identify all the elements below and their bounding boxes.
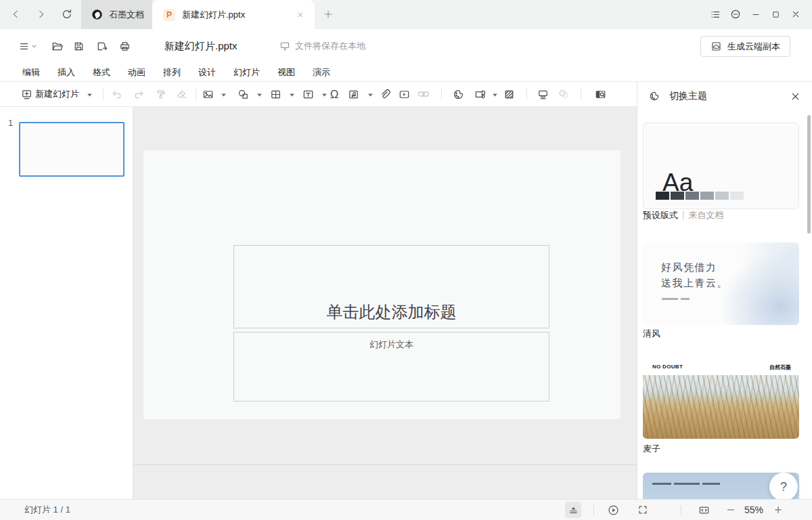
qingfeng-line1: 好风凭借力: [661, 261, 717, 274]
undo-icon[interactable]: [109, 87, 124, 102]
theme-panel: 切换主题 Aa 预设版式 | 来自文档 好风凭借力 送我上青云。 清风 NO D…: [637, 82, 812, 499]
transition-caret-icon[interactable]: [493, 93, 498, 98]
edit-toolbar: 新建幻灯片 Ω: [0, 82, 637, 107]
zoom-in-icon[interactable]: [770, 502, 786, 518]
insert-video-icon[interactable]: [397, 87, 411, 102]
new-slide-caret-icon[interactable]: [87, 93, 93, 98]
menu-arrange[interactable]: 排列: [163, 66, 181, 79]
new-slide-icon[interactable]: [19, 87, 34, 102]
save-as-icon[interactable]: [94, 39, 109, 53]
table-caret-icon[interactable]: [290, 93, 295, 98]
open-file-icon[interactable]: [49, 39, 64, 53]
audio-caret-icon[interactable]: [368, 93, 374, 98]
status-bar: 幻灯片 1 / 1 55%: [0, 499, 812, 520]
preset-source: 来自文档: [688, 209, 723, 221]
insert-textbox-icon[interactable]: [300, 87, 315, 102]
menu-bar: 编辑 插入 格式 动画 排列 设计 幻灯片 视图 演示: [0, 63, 812, 82]
title-placeholder-text: 单击此处添加标题: [327, 301, 457, 323]
new-slide-label[interactable]: 新建幻灯片: [35, 82, 79, 106]
document-title[interactable]: 新建幻灯片.pptx: [164, 29, 238, 63]
tab-document[interactable]: P 新建幻灯片.pptx: [152, 0, 315, 29]
menu-edit[interactable]: 编辑: [22, 66, 40, 79]
play-presentation-icon[interactable]: [605, 502, 621, 518]
browser-topbar: 石墨文档 P 新建幻灯片.pptx: [0, 0, 812, 29]
maizi-header-right: 自然石墨: [769, 364, 791, 371]
theme-card-preset[interactable]: Aa: [643, 123, 799, 209]
window-close-icon[interactable]: [788, 7, 803, 22]
browser-list-icon[interactable]: [708, 7, 723, 22]
shape-caret-icon[interactable]: [257, 93, 263, 98]
slide-background-icon[interactable]: [501, 87, 516, 102]
create-cloud-copy-button[interactable]: 生成云端副本: [700, 36, 790, 57]
refresh-icon[interactable]: [60, 7, 74, 22]
menu-animation[interactable]: 动画: [128, 66, 145, 79]
theme-color-icon[interactable]: [451, 87, 466, 102]
insert-image-icon[interactable]: [200, 87, 215, 102]
menu-format[interactable]: 格式: [93, 66, 110, 79]
menu-insert[interactable]: 插入: [58, 66, 75, 79]
window-maximize-icon[interactable]: [768, 7, 783, 22]
palette-icon: [647, 89, 662, 104]
slide-counter: 幻灯片 1 / 1: [24, 500, 70, 520]
redo-icon[interactable]: [131, 87, 146, 102]
tab-document-label: 新建幻灯片.pptx: [182, 9, 245, 21]
panel-scrollbar[interactable]: [807, 115, 811, 234]
palette-swatch: [671, 192, 684, 200]
theme-card-qingfeng[interactable]: 好风凭借力 送我上青云。: [643, 242, 799, 325]
slide-thumbnail[interactable]: [19, 122, 125, 177]
menu-slide[interactable]: 幻灯片: [233, 66, 260, 79]
tab-close-icon[interactable]: [296, 10, 305, 20]
body-placeholder[interactable]: 幻灯片文本: [233, 332, 549, 402]
present-display-icon[interactable]: [535, 87, 550, 102]
theme-panel-close-icon[interactable]: [788, 89, 803, 104]
omega-glyph: Ω: [330, 89, 339, 100]
window-minimize-icon[interactable]: [748, 7, 763, 22]
title-placeholder[interactable]: 单击此处添加标题: [233, 245, 549, 328]
forward-icon[interactable]: [34, 7, 49, 22]
back-icon[interactable]: [8, 7, 23, 22]
attachment-icon[interactable]: [377, 87, 392, 102]
slide-number: 1: [8, 118, 13, 128]
print-icon[interactable]: [117, 39, 132, 53]
editor-canvas: 单击此处添加标题 幻灯片文本: [133, 107, 637, 499]
menu-present[interactable]: 演示: [313, 66, 330, 79]
clear-format-icon[interactable]: [174, 87, 189, 102]
special-character-icon[interactable]: Ω: [327, 87, 342, 102]
zoom-out-icon[interactable]: [723, 502, 739, 518]
theme-panel-title: 切换主题: [669, 82, 707, 110]
new-tab-icon[interactable]: [321, 7, 336, 22]
palette-swatch: [700, 192, 714, 200]
layout-search-icon[interactable]: [593, 87, 608, 102]
slide-transition-icon[interactable]: [472, 87, 487, 102]
save-icon[interactable]: [71, 39, 86, 53]
fit-width-icon[interactable]: [696, 502, 712, 518]
app-window: 石墨文档 P 新建幻灯片.pptx: [0, 0, 812, 520]
insert-shape-icon[interactable]: [235, 87, 250, 102]
preset-name: 预设版式: [643, 209, 678, 221]
save-location-hint: 文件将保存在本地: [279, 29, 365, 63]
partial-card-caption: [652, 483, 720, 485]
zoom-level[interactable]: 55%: [740, 500, 767, 520]
account-icon[interactable]: [728, 7, 743, 22]
help-button[interactable]: ?: [769, 473, 798, 499]
main-menu-icon[interactable]: [16, 39, 38, 53]
format-painter-icon[interactable]: [153, 87, 168, 102]
speaker-notes-toggle-icon[interactable]: [565, 502, 581, 518]
menu-design[interactable]: 设计: [198, 66, 216, 79]
fullscreen-fit-icon[interactable]: [635, 502, 651, 518]
insert-audio-icon[interactable]: [346, 87, 361, 102]
laser-pointer-icon[interactable]: [556, 87, 571, 102]
slides-panel: 1: [0, 107, 133, 499]
slide-surface[interactable]: 单击此处添加标题 幻灯片文本: [143, 150, 621, 419]
insert-table-icon[interactable]: [268, 87, 283, 102]
tab-home[interactable]: 石墨文档: [81, 0, 152, 29]
theme-card-maizi[interactable]: NO DOUBT 自然石墨: [643, 358, 799, 439]
qingfeng-caption: [662, 298, 690, 300]
menu-view[interactable]: 视图: [277, 66, 295, 79]
maizi-header-left: NO DOUBT: [652, 364, 683, 370]
theme-panel-header: 切换主题: [637, 82, 812, 110]
insert-link-icon[interactable]: [416, 87, 431, 102]
image-caret-icon[interactable]: [221, 93, 227, 98]
notes-divider[interactable]: [133, 464, 637, 465]
tab-home-label: 石墨文档: [109, 9, 144, 21]
